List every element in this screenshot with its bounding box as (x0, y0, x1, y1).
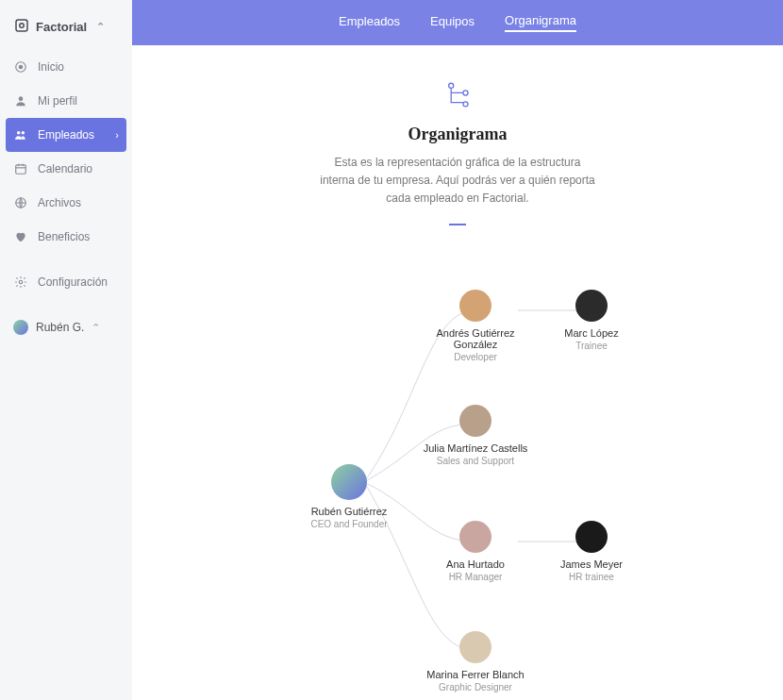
svg-point-5 (17, 131, 21, 135)
org-node-julia[interactable]: Julia Martínez Castells Sales and Suppor… (419, 405, 532, 466)
orgchart-canvas: Rubén Gutiérrez CEO and Founder Andrés G… (155, 235, 760, 678)
sidebar-item-configuracion[interactable]: Configuración (0, 265, 132, 299)
people-icon (13, 127, 28, 142)
node-name: Marc López (535, 327, 648, 339)
node-role: CEO and Founder (292, 519, 406, 529)
node-role: Graphic Designer (419, 682, 532, 692)
sidebar-item-miperfil[interactable]: Mi perfil (0, 84, 132, 118)
nav-label: Mi perfil (38, 94, 77, 108)
node-name: Rubén Gutiérrez (292, 506, 406, 517)
brand-row[interactable]: Factorial ⌃ (0, 17, 132, 50)
chevron-down-icon: ⌃ (96, 21, 105, 33)
nav-label: Inicio (38, 60, 64, 74)
sidebar-user-row[interactable]: Rubén G. ⌃ (0, 310, 132, 344)
gear-icon (13, 275, 28, 290)
avatar (459, 405, 491, 437)
node-role: HR Manager (419, 572, 532, 582)
nav-label: Empleados (38, 128, 94, 142)
home-icon (13, 59, 28, 75)
sidebar-item-archivos[interactable]: Archivos (0, 186, 132, 220)
svg-point-12 (19, 280, 23, 284)
org-node-marina[interactable]: Marina Ferrer Blanch Graphic Designer (419, 631, 532, 692)
svg-point-1 (20, 24, 25, 28)
org-node-marc[interactable]: Marc López Trainee (535, 290, 648, 351)
brand-name: Factorial (36, 20, 87, 34)
nav-list: Inicio Mi perfil Empleados › Calendario … (0, 50, 132, 254)
sidebar: Factorial ⌃ Inicio Mi perfil Empleados ›… (0, 0, 132, 700)
svg-rect-7 (16, 165, 26, 174)
app-shell: Factorial ⌃ Inicio Mi perfil Empleados ›… (0, 0, 783, 700)
svg-rect-0 (16, 20, 27, 31)
avatar (575, 290, 608, 322)
tab-equipos[interactable]: Equipos (430, 14, 475, 31)
chevron-down-icon: ⌃ (92, 322, 100, 334)
tab-organigrama[interactable]: Organigrama (505, 13, 576, 32)
globe-icon (13, 195, 28, 210)
node-name: Ana Hurtado (419, 558, 532, 570)
svg-point-4 (19, 96, 24, 101)
divider (449, 224, 466, 225)
tabs-bar: Empleados Equipos Organigrama (132, 0, 783, 45)
main-pane: Empleados Equipos Organigrama Organigram… (132, 0, 783, 700)
nav-label: Beneficios (38, 230, 90, 243)
user-name: Rubén G. (36, 321, 84, 334)
avatar (13, 320, 28, 335)
svg-point-14 (463, 91, 468, 95)
node-name: Andrés Gutiérrez González (419, 327, 532, 350)
node-role: Developer (419, 352, 532, 362)
org-node-root[interactable]: Rubén Gutiérrez CEO and Founder (292, 464, 406, 529)
calendar-icon (13, 161, 28, 176)
node-role: Trainee (535, 341, 648, 351)
page-description: Esta es la representación gráfica de la … (316, 154, 599, 208)
avatar (459, 631, 491, 663)
heart-icon (13, 229, 28, 244)
brand-icon (13, 17, 30, 37)
tab-empleados[interactable]: Empleados (339, 14, 400, 31)
org-node-andres[interactable]: Andrés Gutiérrez González Developer (419, 290, 532, 362)
nav-label: Configuración (38, 275, 108, 289)
svg-point-3 (19, 65, 23, 69)
node-role: Sales and Support (419, 456, 532, 466)
sidebar-item-calendario[interactable]: Calendario (0, 152, 132, 186)
svg-point-6 (22, 131, 25, 135)
sidebar-item-empleados[interactable]: Empleados › (6, 118, 126, 152)
org-node-james[interactable]: James Meyer HR trainee (535, 521, 648, 582)
node-name: Julia Martínez Castells (419, 442, 532, 454)
avatar (459, 521, 491, 553)
chevron-right-icon: › (115, 129, 119, 141)
avatar (459, 290, 491, 322)
avatar (331, 464, 367, 500)
svg-point-13 (449, 83, 454, 88)
nav-label: Archivos (38, 196, 81, 209)
org-node-ana[interactable]: Ana Hurtado HR Manager (419, 521, 532, 582)
sidebar-item-beneficios[interactable]: Beneficios (0, 220, 132, 254)
page-title: Organigrama (259, 125, 656, 144)
svg-point-15 (463, 102, 468, 107)
page-header: Organigrama Esta es la representación gr… (259, 79, 656, 225)
content-area: Organigrama Esta es la representación gr… (132, 45, 783, 678)
node-role: HR trainee (535, 572, 648, 582)
nav-label: Calendario (38, 162, 92, 175)
person-icon (13, 93, 28, 108)
avatar (575, 521, 608, 553)
node-name: James Meyer (535, 558, 648, 570)
orgchart-icon (441, 79, 474, 115)
sidebar-item-inicio[interactable]: Inicio (0, 50, 132, 84)
node-name: Marina Ferrer Blanch (419, 669, 532, 680)
